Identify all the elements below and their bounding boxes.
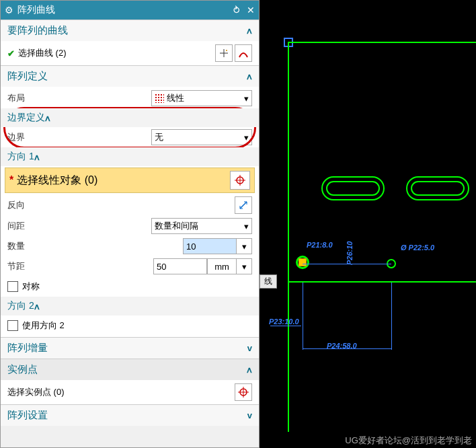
count-dropdown[interactable]: ▾: [236, 238, 252, 254]
close-icon[interactable]: ✕: [247, 5, 255, 15]
boundary-select[interactable]: 无 ▾: [151, 129, 252, 145]
instance-picker-icon[interactable]: [235, 383, 252, 401]
dimension-label: P23:10.0: [269, 318, 299, 326]
slot-feature: [406, 176, 469, 200]
chevron-up-icon: ʌ: [247, 26, 252, 36]
titlebar: ⚙ 阵列曲线 ⥁ ✕: [1, 1, 259, 20]
pitch-row: 节距 mm ▾: [1, 256, 259, 276]
count-row: 数量 ▾: [1, 236, 259, 256]
section-curves-header[interactable]: 要阵列的曲线 ʌ: [1, 20, 259, 41]
select-linear-row[interactable]: * 选择线性对象 (0): [5, 167, 255, 193]
slot-feature: [321, 176, 385, 200]
direction2-header[interactable]: 方向 2 ʌ: [1, 297, 259, 315]
spacing-select[interactable]: 数量和间隔 ▾: [151, 218, 252, 234]
edge: [288, 42, 289, 432]
dimension-label: P21:8.0: [307, 241, 333, 249]
section-definition: 阵列定义 ʌ 布局 线性 ▾ 边界定义: [1, 65, 259, 337]
boundary-row: 边界 无 ▾: [1, 127, 259, 147]
boundary-header[interactable]: 边界定义 ʌ: [1, 108, 259, 127]
dialog-title: 阵列曲线: [17, 4, 55, 16]
dimension-label: Ø P22:5.0: [401, 244, 434, 252]
chevron-down-icon: v: [247, 410, 252, 420]
chevron-up-icon: ʌ: [34, 152, 40, 162]
section-increment-header[interactable]: 阵列增量 v: [1, 338, 259, 359]
pitch-unit[interactable]: mm: [207, 258, 237, 274]
checkmark-icon: ✔: [7, 48, 15, 59]
help-icon[interactable]: ⥁: [233, 5, 240, 15]
spacing-row: 间距 数量和间隔 ▾: [1, 216, 259, 236]
direction-picker-icon[interactable]: [230, 171, 250, 190]
chevron-up-icon: ʌ: [34, 301, 40, 311]
chevron-up-icon: ʌ: [247, 71, 252, 81]
chevron-up-icon: ʌ: [45, 113, 50, 123]
section-definition-header[interactable]: 阵列定义 ʌ: [1, 66, 259, 87]
edge: [288, 281, 476, 283]
chevron-up-icon: ʌ: [247, 365, 252, 375]
dialog-panel: ⚙ 阵列曲线 ⥁ ✕ 要阵列的曲线 ʌ ✔ 选择曲线 (2): [0, 0, 260, 448]
section-instance-header[interactable]: 实例点 ʌ: [1, 359, 259, 380]
use-dir2-row[interactable]: 使用方向 2: [1, 315, 259, 336]
gear-icon[interactable]: ⚙: [5, 5, 13, 15]
svg-line-6: [240, 202, 247, 209]
pitch-input[interactable]: [153, 258, 207, 274]
layout-row: 布局 线性 ▾: [1, 88, 259, 108]
curve-icon[interactable]: [235, 44, 252, 62]
required-icon: *: [9, 174, 13, 186]
dimension-line: [303, 264, 391, 264]
dimension-line: [391, 283, 392, 350]
selection-handle[interactable]: [299, 258, 307, 266]
symmetry-checkbox[interactable]: [7, 281, 18, 292]
select-curve-row[interactable]: ✔ 选择曲线 (2): [1, 42, 259, 64]
viewport[interactable]: P21:8.0 Ø P22:5.0 P26:10 P23:10.0 P24:58…: [260, 0, 476, 448]
use-dir2-checkbox[interactable]: [7, 320, 18, 331]
grid-icon: [155, 94, 164, 103]
reverse-button[interactable]: [235, 196, 252, 214]
chevron-down-icon: v: [247, 343, 252, 353]
direction1-header[interactable]: 方向 1 ʌ: [1, 147, 259, 166]
select-instance-row[interactable]: 选择实例点 (0): [1, 381, 259, 403]
dimension-label: P26:10: [346, 241, 354, 265]
svg-point-2: [226, 50, 227, 51]
reverse-row: 反向: [1, 194, 259, 216]
symmetry-row[interactable]: 对称: [1, 276, 259, 297]
edge: [288, 42, 476, 43]
section-settings-header[interactable]: 阵列设置 v: [1, 405, 259, 426]
dimension-line: [270, 326, 301, 326]
add-point-icon[interactable]: [215, 44, 233, 62]
section-curves: 要阵列的曲线 ʌ ✔ 选择曲线 (2): [1, 20, 259, 65]
watermark: UG爱好者论坛@活到到老学到老: [345, 435, 472, 447]
dimension-line: [303, 283, 303, 350]
cursor-tag: 线: [260, 274, 277, 289]
count-input[interactable]: [183, 238, 237, 254]
pitch-dropdown[interactable]: ▾: [236, 258, 252, 274]
dimension-line: [303, 348, 391, 349]
layout-select[interactable]: 线性 ▾: [151, 90, 252, 106]
